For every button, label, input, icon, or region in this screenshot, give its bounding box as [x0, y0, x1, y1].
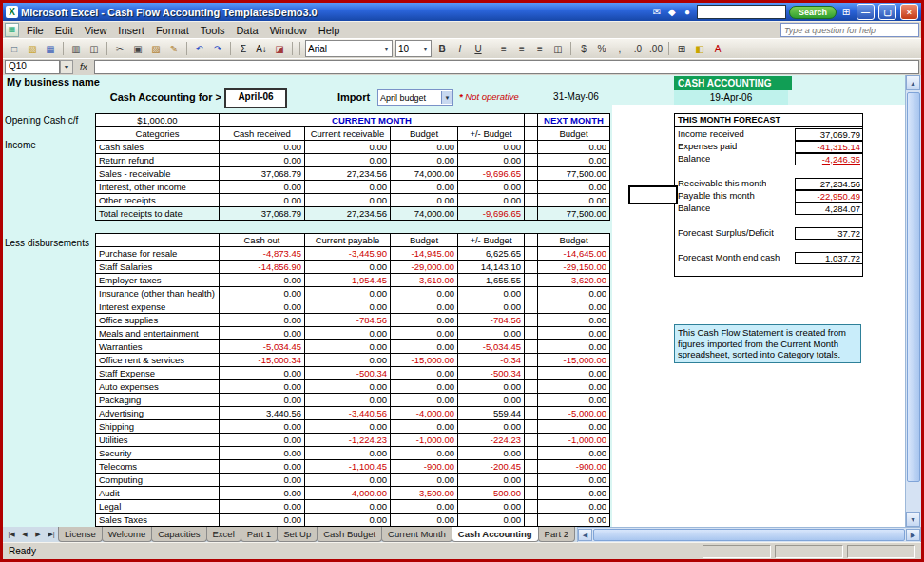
cell[interactable]	[525, 127, 538, 141]
cell[interactable]	[220, 221, 305, 234]
autosum-icon[interactable]: Σ	[235, 41, 252, 56]
cell[interactable]: 0.00	[391, 141, 458, 154]
print-preview-icon[interactable]: ◫	[86, 41, 103, 56]
row-label-cell[interactable]: Interest expense	[96, 300, 220, 314]
tab-scroll-last-button[interactable]: ▶|	[45, 527, 58, 541]
cell[interactable]: 0.00	[305, 287, 391, 300]
cell[interactable]: -1,000.00	[538, 434, 610, 447]
row-label-less-disbursements[interactable]: Less disbursements	[5, 238, 89, 248]
cell[interactable]	[305, 221, 391, 234]
sheet-tab-current-month[interactable]: Current Month	[381, 527, 452, 542]
cell[interactable]: -4,000.00	[305, 487, 391, 500]
menu-help[interactable]: Help	[313, 25, 346, 36]
cell[interactable]: 0.00	[458, 181, 525, 194]
decrease-decimal-icon[interactable]: .00	[647, 41, 664, 56]
cell[interactable]: 0.00	[458, 300, 525, 314]
import-dropdown[interactable]: April budget ▼	[377, 89, 453, 106]
font-size-select[interactable]: 10▼	[395, 40, 432, 57]
cell[interactable]: 0.00	[391, 514, 458, 527]
cell[interactable]: 0.00	[538, 527, 610, 528]
column-header[interactable]: Cash received	[220, 127, 305, 141]
cell[interactable]: -14,856.90	[220, 261, 305, 274]
comma-icon[interactable]: ,	[611, 41, 628, 56]
row-label-cell[interactable]: Staff Expense	[96, 367, 220, 380]
row-label-cell[interactable]: Staff Salaries	[96, 261, 220, 274]
column-header[interactable]: +/- Budget	[458, 234, 525, 247]
scroll-left-icon[interactable]: ◀	[578, 529, 592, 541]
cell[interactable]: 0.00	[305, 141, 391, 154]
row-label-cell[interactable]: Advertising	[96, 407, 220, 420]
cell[interactable]: 0.00	[538, 194, 610, 207]
copy-icon[interactable]: ▣	[129, 41, 146, 56]
percent-icon[interactable]: %	[593, 41, 610, 56]
cell[interactable]: 37,068.79	[220, 167, 305, 181]
tab-scroll-first-button[interactable]: |◀	[5, 527, 18, 541]
cell[interactable]	[525, 181, 538, 194]
cell[interactable]	[458, 221, 525, 234]
cell[interactable]: 0.00	[305, 300, 391, 314]
cell[interactable]: 0.00	[305, 340, 391, 354]
forecast-value[interactable]: 37,069.79	[795, 128, 863, 141]
minimize-button[interactable]: —	[857, 4, 875, 20]
cell[interactable]: -500.00	[458, 487, 525, 500]
cell[interactable]: 0.00	[391, 367, 458, 380]
currency-icon[interactable]: $	[575, 41, 592, 56]
cell[interactable]: -224.23	[458, 434, 525, 447]
cell[interactable]	[525, 460, 538, 474]
cell[interactable]	[525, 380, 538, 394]
cell[interactable]: -1,954.45	[305, 274, 391, 287]
row-label-opening-cash[interactable]: Opening Cash c/f	[5, 115, 78, 126]
column-header[interactable]: Current receivable	[305, 127, 391, 141]
cell[interactable]: 0.00	[220, 434, 305, 447]
cell[interactable]: 0.00	[391, 194, 458, 207]
cell[interactable]: 0.00	[538, 420, 610, 434]
cell[interactable]: 0.00	[391, 380, 458, 394]
cell[interactable]: 37,068.79	[220, 207, 305, 221]
cell[interactable]: 0.00	[458, 194, 525, 207]
cell[interactable]: 0.00	[538, 380, 610, 394]
column-header[interactable]: Current payable	[305, 234, 391, 247]
alert-icon[interactable]: ●	[681, 7, 694, 17]
fill-color-icon[interactable]: ◧	[691, 41, 708, 56]
menu-edit[interactable]: Edit	[49, 25, 79, 36]
cell[interactable]: 0.00	[391, 327, 458, 340]
cell[interactable]	[525, 287, 538, 300]
cell[interactable]: -3,440.56	[305, 407, 391, 420]
forecast-value[interactable]: 4,284.07	[795, 203, 863, 215]
cell[interactable]: 0.00	[458, 287, 525, 300]
row-label-cell[interactable]: Meals and entertainment	[96, 327, 220, 340]
forecast-value[interactable]: -41,315.14	[795, 141, 863, 153]
cell[interactable]: 0.00	[458, 141, 525, 154]
cell[interactable]: -0.34	[458, 354, 525, 367]
row-label-cell[interactable]: Sales Taxes	[96, 514, 220, 527]
cell[interactable]: 0.00	[305, 527, 391, 528]
cell[interactable]: -3,620.00	[538, 274, 610, 287]
menu-window[interactable]: Window	[264, 25, 313, 36]
mail-icon[interactable]: ✉	[650, 7, 664, 17]
row-label-cell[interactable]: Cash sales	[96, 141, 220, 154]
cell[interactable]	[538, 221, 610, 234]
chart-wizard-icon[interactable]: ◪	[271, 41, 288, 56]
vertical-scrollbar[interactable]: ▲ ▼	[905, 75, 921, 527]
cell[interactable]	[525, 194, 538, 207]
cell[interactable]: 0.00	[391, 420, 458, 434]
business-name-label[interactable]: My business name	[7, 76, 100, 87]
cell[interactable]: 0.00	[538, 154, 610, 167]
cell[interactable]: 74,000.00	[391, 167, 458, 181]
cell[interactable]: 0.00	[538, 300, 610, 314]
current-month-header[interactable]: CURRENT MONTH	[220, 114, 525, 127]
horizontal-scroll-thumb[interactable]	[593, 529, 905, 541]
search-input[interactable]	[697, 5, 786, 19]
cell[interactable]	[525, 261, 538, 274]
print-icon[interactable]: ▥	[67, 41, 85, 56]
cell[interactable]	[525, 247, 538, 261]
cell[interactable]	[525, 234, 538, 247]
cell[interactable]: 0.00	[458, 500, 525, 514]
cell[interactable]: 0.00	[458, 447, 525, 460]
cell[interactable]	[525, 447, 538, 460]
column-header[interactable]: Budget	[391, 127, 458, 141]
next-month-header[interactable]: NEXT MONTH	[538, 114, 610, 127]
cell[interactable]: -14,645.00	[538, 247, 610, 261]
row-label-cell[interactable]: Shipping	[96, 420, 220, 434]
forecast-value[interactable]: 27,234.56	[795, 178, 863, 190]
